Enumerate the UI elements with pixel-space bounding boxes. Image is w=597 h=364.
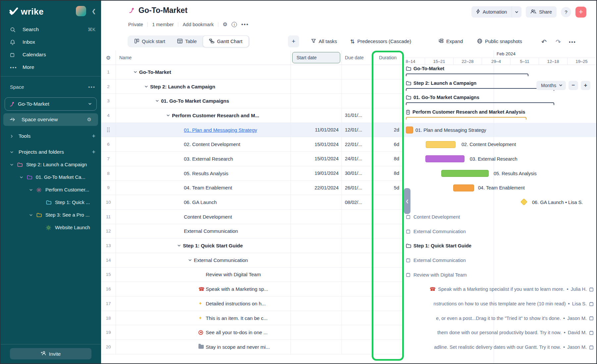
members-label[interactable]: 1 member (152, 22, 174, 27)
table-row[interactable]: 13Step 1: Quick Start Guide (101, 238, 404, 253)
column-header-duration[interactable]: Duration (372, 50, 404, 65)
gantt-summary-bracket[interactable] (406, 117, 526, 120)
duration-cell[interactable] (372, 282, 404, 296)
column-settings-gear-icon[interactable]: ⚙ (101, 50, 116, 65)
chevron-down-icon[interactable] (188, 258, 192, 262)
due-date-cell[interactable] (342, 325, 372, 339)
project-tree-item[interactable]: Website Launch (1, 221, 101, 234)
gantt-summary-bracket[interactable] (406, 74, 528, 76)
filter-button[interactable]: All tasks (311, 35, 337, 47)
share-button[interactable]: Share (526, 6, 557, 18)
table-row[interactable]: 12External Communication (101, 224, 404, 239)
start-date-cell[interactable] (291, 238, 342, 253)
milestone-diamond[interactable] (520, 198, 527, 205)
space-more-icon[interactable]: ••• (88, 84, 95, 90)
gantt-task-label[interactable]: External Communication (406, 253, 466, 268)
task-name-cell[interactable]: 02. Content Development (116, 137, 291, 151)
duration-cell[interactable]: 8d (372, 166, 404, 181)
automation-button[interactable]: Automation (471, 6, 512, 18)
task-name-cell[interactable]: External Communication (116, 253, 291, 267)
table-row[interactable]: 15Review with Digital Team (101, 268, 404, 282)
table-row[interactable]: 703. External Research15/01/202424/01/..… (101, 152, 404, 166)
start-date-selected-chip[interactable]: Start date (292, 52, 340, 63)
duration-cell[interactable] (372, 195, 404, 209)
start-date-cell[interactable]: 15/01/2024 (291, 152, 342, 166)
add-project-icon[interactable]: + (92, 149, 95, 156)
task-name-cell[interactable]: 01. Plan and Messaging Strategy (116, 123, 291, 137)
task-name-cell[interactable]: See all your to-dos in one ... (116, 325, 291, 339)
due-date-cell[interactable] (342, 224, 372, 238)
duration-cell[interactable] (372, 224, 404, 238)
start-date-cell[interactable] (291, 296, 342, 311)
start-date-cell[interactable] (291, 340, 342, 354)
table-row[interactable]: 4Perform Customer Research and M...31/01… (101, 108, 404, 123)
start-date-cell[interactable] (291, 65, 342, 79)
settings-gear-icon[interactable]: ⚙ (223, 21, 227, 27)
duration-cell[interactable] (372, 65, 404, 79)
sidebar-item-calendars[interactable]: Calendars (1, 48, 101, 61)
space-selector[interactable]: Go-To-Market (5, 97, 97, 111)
task-name-cell[interactable]: ✦This is an item. It can be c... (116, 311, 291, 325)
due-date-cell[interactable] (342, 340, 372, 354)
chevron-down-icon[interactable] (29, 213, 34, 217)
task-name-cell[interactable]: Step 2: Launch a Campaign (116, 79, 291, 94)
invite-button[interactable]: Invite (10, 348, 91, 359)
gantt-task-label[interactable]: e, or even a post...Drag it to the "Trie… (436, 311, 594, 326)
due-date-cell[interactable]: 31/01/... (342, 108, 372, 123)
gantt-task-label[interactable]: them done with our personal productivity… (437, 326, 594, 340)
sidebar-item-space-overview[interactable]: Space overview ⚙ (3, 113, 98, 126)
table-row[interactable]: 14External Communication (101, 253, 404, 268)
due-date-cell[interactable]: 26/01/... (342, 181, 372, 195)
table-row[interactable]: 20Stay in scope and never mi... (101, 340, 404, 354)
start-date-cell[interactable] (291, 311, 342, 325)
table-row[interactable]: 17✦Detailed instructions on h... (101, 296, 404, 311)
zoom-out-button[interactable]: − (569, 81, 578, 90)
start-date-cell[interactable] (291, 224, 342, 238)
redo-icon[interactable]: ↷ (553, 37, 563, 47)
duration-cell[interactable] (372, 268, 404, 282)
duration-cell[interactable]: 6d (372, 137, 404, 151)
sidebar-item-inbox[interactable]: Inbox (1, 36, 101, 48)
due-date-cell[interactable] (342, 65, 372, 79)
task-name-cell[interactable]: Go-To-Market (116, 65, 291, 79)
due-date-cell[interactable] (342, 253, 372, 267)
chevron-down-icon[interactable] (29, 188, 34, 192)
gantt-task-label[interactable]: ☎Speak with a Marketing specialist if yo… (430, 282, 594, 297)
start-date-cell[interactable]: 11/01/2024 (291, 123, 342, 137)
privacy-label[interactable]: Private (128, 22, 143, 27)
task-name-cell[interactable]: ☎Speak with a Marketing sp... (116, 282, 291, 296)
due-date-cell[interactable]: 12/01/... (342, 123, 372, 137)
duration-cell[interactable] (372, 311, 404, 325)
column-header-name[interactable]: Name (116, 50, 291, 65)
start-date-cell[interactable] (291, 268, 342, 282)
gantt-task-label[interactable]: External Communication (406, 224, 466, 239)
start-date-cell[interactable] (291, 79, 342, 94)
info-icon[interactable]: i (232, 22, 237, 27)
table-row[interactable]: 602. Content Development15/01/202422/01/… (101, 137, 404, 152)
task-name-cell[interactable]: Step 1: Quick Start Guide (116, 238, 291, 253)
task-name-cell[interactable]: 04. Team Enablement (116, 181, 291, 195)
due-date-cell[interactable] (342, 79, 372, 94)
gear-icon[interactable]: ⚙ (87, 117, 91, 123)
sidebar-item-projects[interactable]: Projects and folders + (1, 146, 101, 158)
tab-gantt-chart[interactable]: Gantt Chart (203, 35, 248, 47)
zoom-level-dropdown[interactable]: Months (536, 81, 566, 90)
tab-quick-start[interactable]: Quick start (129, 35, 171, 47)
start-date-cell[interactable]: 22/01/2024 (291, 181, 342, 195)
duration-cell[interactable] (372, 79, 404, 94)
gantt-task-label[interactable]: Step 1: Quick Start Guide (406, 238, 471, 253)
duration-cell[interactable]: 8d (372, 152, 404, 166)
table-row[interactable]: 01. Plan and Messaging Strategy11/01/202… (101, 123, 404, 137)
gantt-summary-bracket[interactable] (406, 88, 554, 91)
start-date-cell[interactable] (291, 282, 342, 296)
column-header-start-date[interactable]: Start date (291, 50, 342, 65)
chevron-down-icon[interactable] (166, 114, 170, 117)
due-date-cell[interactable]: 08/02/... (342, 195, 372, 209)
task-name-cell[interactable]: 05. Results Analysis (116, 166, 291, 181)
panel-splitter-handle[interactable]: ❮ (404, 188, 410, 214)
duration-cell[interactable] (372, 238, 404, 253)
table-row[interactable]: 1Go-To-Market (101, 65, 404, 79)
table-row[interactable]: 16☎Speak with a Marketing sp... (101, 282, 404, 296)
table-row[interactable]: 11Content Development (101, 210, 404, 224)
help-button[interactable]: ? (561, 7, 571, 17)
